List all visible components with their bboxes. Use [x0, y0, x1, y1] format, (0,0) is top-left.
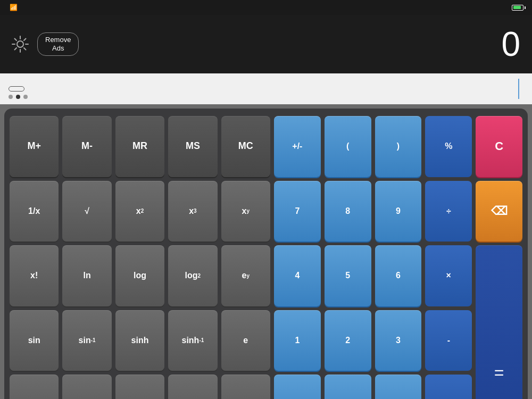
wifi-icon: 📶	[10, 4, 18, 11]
btn-exp[interactable]: E	[274, 375, 321, 399]
settings-button[interactable]	[9, 32, 32, 56]
dot-2	[16, 95, 20, 99]
btn-6[interactable]: 6	[375, 245, 422, 306]
btn-sinh[interactable]: sinh	[115, 310, 164, 371]
btn-5[interactable]: 5	[325, 245, 371, 306]
btn-factorial[interactable]: x!	[10, 245, 59, 306]
btn-mr[interactable]: MR	[115, 116, 164, 177]
remove-ads-button[interactable]: RemoveAds	[37, 32, 79, 55]
btn-0[interactable]: 0	[325, 375, 371, 399]
svg-line-6	[24, 48, 26, 50]
btn-mc[interactable]: MC	[221, 116, 270, 177]
btn-1[interactable]: 1	[274, 310, 321, 371]
btn-x3[interactable]: x3	[168, 181, 217, 242]
svg-line-7	[24, 39, 26, 41]
btn-open-paren[interactable]: (	[325, 116, 371, 177]
dot-1	[9, 95, 13, 99]
btn-sin[interactable]: sin	[10, 310, 59, 371]
btn-arcsin[interactable]: sin-1	[62, 310, 111, 371]
btn-arccos[interactable]: cos-1	[62, 375, 111, 399]
btn-arccosh[interactable]: cosh-1	[168, 375, 217, 399]
btn-cosh[interactable]: cosh	[115, 375, 164, 399]
btn-pi[interactable]: π	[221, 375, 270, 399]
btn-arcsinh[interactable]: sinh-1	[168, 310, 217, 371]
btn-7[interactable]: 7	[274, 181, 321, 242]
calculator-layout: M+ M- MR MS MC 1/x √ x2 x3 xy x! ln log …	[4, 109, 528, 399]
right-panel: +/- ( ) % C 7 8 9 ÷ ⌫ 4 5 6 × = 1 2 3 - …	[274, 116, 522, 399]
btn-xy[interactable]: xy	[221, 181, 270, 242]
btn-log[interactable]: log	[115, 245, 164, 306]
display-value: 0	[501, 24, 519, 64]
btn-m-plus[interactable]: M+	[10, 116, 59, 177]
btn-m-minus[interactable]: M-	[62, 116, 111, 177]
middle-bar	[0, 73, 532, 104]
dot-3	[23, 95, 28, 99]
left-panel: M+ M- MR MS MC 1/x √ x2 x3 xy x! ln log …	[10, 116, 270, 399]
btn-3[interactable]: 3	[375, 310, 422, 371]
btn-add[interactable]: +	[425, 375, 472, 399]
btn-ms[interactable]: MS	[168, 116, 217, 177]
btn-e[interactable]: e	[221, 310, 270, 371]
status-right	[509, 5, 526, 11]
svg-line-5	[15, 39, 17, 41]
btn-close-paren[interactable]: )	[375, 116, 422, 177]
btn-backspace[interactable]: ⌫	[476, 181, 522, 242]
status-bar: 📶	[0, 0, 532, 15]
btn-sqrt[interactable]: √	[62, 181, 111, 242]
btn-plus-minus[interactable]: +/-	[274, 116, 321, 177]
btn-8[interactable]: 8	[325, 181, 371, 242]
status-left: 📶	[6, 4, 18, 11]
btn-multiply[interactable]: ×	[425, 245, 472, 306]
cursor-line	[518, 79, 519, 99]
btn-ln[interactable]: ln	[62, 245, 111, 306]
btn-ey[interactable]: ey	[221, 245, 270, 306]
btn-divide[interactable]: ÷	[425, 181, 472, 242]
svg-line-8	[15, 48, 17, 50]
btn-x2[interactable]: x2	[115, 181, 164, 242]
btn-2[interactable]: 2	[325, 310, 371, 371]
svg-point-0	[17, 41, 23, 47]
btn-log2[interactable]: log2	[168, 245, 217, 306]
layout-button[interactable]	[9, 86, 24, 92]
btn-clear[interactable]: C	[476, 116, 522, 177]
btn-subtract[interactable]: -	[425, 310, 472, 371]
gear-icon	[11, 35, 29, 53]
btn-equals[interactable]: =	[476, 245, 522, 399]
btn-4[interactable]: 4	[274, 245, 321, 306]
btn-decimal[interactable]: .	[375, 375, 422, 399]
btn-cos[interactable]: cos	[10, 375, 59, 399]
btn-percent[interactable]: %	[425, 116, 472, 177]
btn-reciprocal[interactable]: 1/x	[10, 181, 59, 242]
top-bar: RemoveAds 0	[0, 15, 532, 73]
btn-9[interactable]: 9	[375, 181, 422, 242]
battery-icon	[512, 5, 526, 11]
page-dots	[9, 95, 28, 99]
